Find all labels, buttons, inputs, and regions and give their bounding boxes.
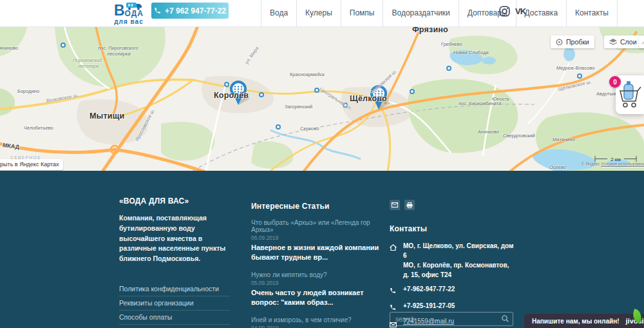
- logo-subtitle: для вас: [108, 18, 149, 25]
- nav-item-vodorazdatchiki[interactable]: Водораздатчики: [383, 0, 458, 26]
- phone-icon: [154, 7, 161, 14]
- contacts-title: Контакты: [390, 224, 515, 233]
- chat-message: Напишите нам, мы онлайн!: [532, 318, 620, 325]
- article-date: 05.09.2019: [251, 280, 380, 286]
- article-excerpt: Наверное в жизни каждой компании бывают …: [251, 243, 380, 263]
- map-canvas[interactable]: Челяниновопос. ПироговскоголесопаркаПиро…: [0, 27, 644, 171]
- article-item: Что выбрать «Архыз» или «Легенда гор Арх…: [251, 219, 380, 263]
- map-copyright: © Яндекс Условия использования: [582, 162, 644, 166]
- footer: «ВОДА ДЛЯ ВАС» Компания, поставляющая бу…: [0, 171, 644, 328]
- traffic-button[interactable]: Пробки: [551, 35, 594, 48]
- ruler-button[interactable]: [639, 35, 644, 48]
- article-date: 06.09.2019: [251, 235, 380, 241]
- footer-articles-column: Интересные Статьи Что выбрать «Архыз» ил…: [251, 202, 380, 328]
- vk-icon-label: VK: [515, 6, 527, 16]
- instagram-icon[interactable]: [499, 6, 510, 17]
- logo[interactable]: В ОДА для вас: [108, 1, 149, 25]
- contact-phone-1: +7-962-947-77-22: [390, 284, 515, 296]
- traffic-label: Пробки: [566, 38, 589, 46]
- footer-link-payment[interactable]: Способы оплаты: [119, 311, 230, 325]
- layers-label: Слои: [620, 38, 637, 46]
- article-link[interactable]: Иней и изморозь, в чем отличие?: [251, 316, 380, 323]
- main-nav: Вода Кулеры Помпы Водораздатчики Доптова…: [261, 0, 618, 26]
- footer-search: [390, 312, 513, 326]
- contact-address: МО, г. Щелково, ул. Свирская, дом 6 МО, …: [390, 241, 515, 280]
- open-in-yandex-maps-button[interactable]: Открыть в Яндекс Картах: [0, 159, 63, 170]
- printer-icon: [406, 202, 413, 208]
- article-excerpt: Очень часто у людей возникает вопрос: "к…: [251, 288, 380, 308]
- cart-count-badge[interactable]: 0: [609, 76, 621, 88]
- article-date: 04.09.2019: [251, 325, 380, 328]
- phone-number-2: +7-925-191-27-05: [403, 301, 455, 311]
- nav-item-kulery[interactable]: Кулеры: [296, 0, 341, 26]
- article-link[interactable]: Что выбрать «Архыз» или «Легенда гор Арх…: [251, 219, 380, 233]
- article-link[interactable]: Нужно ли кипятить воду?: [251, 271, 380, 278]
- article-item: Иней и изморозь, в чем отличие? 04.09.20…: [251, 316, 380, 328]
- about-text: Компания, поставляющая бутилированную во…: [119, 213, 230, 264]
- nav-item-kontakty[interactable]: Контакты: [566, 0, 618, 26]
- ruler-icon: [641, 39, 644, 45]
- layers-icon: [609, 39, 617, 45]
- phone-number: +7 962 947-77-22: [165, 6, 226, 15]
- home-icon: [390, 241, 397, 253]
- page: В ОДА для вас +7 96: [0, 0, 644, 328]
- logo-initial: В: [114, 4, 125, 17]
- phone-icon: [390, 284, 397, 296]
- footer-link-data-transfer[interactable]: Процесс передачи данных: [119, 325, 230, 328]
- yandex-copyright: © Яндекс: [582, 162, 600, 166]
- nav-item-pompy[interactable]: Помпы: [341, 0, 383, 26]
- footer-link-privacy[interactable]: Политика конфиденциальности: [119, 282, 230, 296]
- address-line-2: МО, г. Королёв, пр. Космонавтов, д. 15, …: [403, 260, 515, 280]
- footer-links: Политика конфиденциальности Реквизиты ор…: [119, 282, 230, 328]
- vk-icon[interactable]: VK: [515, 6, 530, 16]
- share-print-button[interactable]: [404, 200, 415, 210]
- social-links: VK: [499, 6, 530, 17]
- terms-link[interactable]: Условия использования: [601, 162, 644, 166]
- share-mail-button[interactable]: [390, 200, 400, 210]
- layers-button[interactable]: Слои: [604, 35, 644, 48]
- articles-title: Интересные Статьи: [251, 202, 380, 211]
- about-title: «ВОДА ДЛЯ ВАС»: [119, 197, 230, 206]
- footer-about-column: «ВОДА ДЛЯ ВАС» Компания, поставляющая бу…: [119, 197, 230, 328]
- search-icon[interactable]: [502, 315, 509, 322]
- search-input[interactable]: [390, 312, 513, 326]
- phone-button[interactable]: +7 962 947-77-22: [151, 3, 229, 19]
- envelope-icon: [392, 202, 398, 207]
- chat-widget[interactable]: Напишите нам, мы онлайн! jivosite: [524, 314, 644, 328]
- nav-item-voda[interactable]: Вода: [261, 0, 296, 26]
- footer-contacts-column: Контакты МО, г. Щелково, ул. Свирская, д…: [390, 200, 515, 328]
- traffic-icon: [556, 39, 563, 46]
- bottle-cart-icon: [618, 79, 642, 110]
- footer-link-requisites[interactable]: Реквизиты организации: [119, 296, 230, 311]
- header: В ОДА для вас +7 96: [0, 0, 644, 27]
- article-item: Нужно ли кипятить воду? 05.09.2019 Очень…: [251, 271, 380, 308]
- share-icons: [390, 200, 515, 210]
- address-line-1: МО, г. Щелково, ул. Свирская, дом 6: [403, 241, 515, 260]
- phone-number-1: +7-962-947-77-22: [403, 284, 455, 294]
- logo-rest: ОДА: [125, 10, 144, 17]
- map-graphics: [0, 27, 644, 171]
